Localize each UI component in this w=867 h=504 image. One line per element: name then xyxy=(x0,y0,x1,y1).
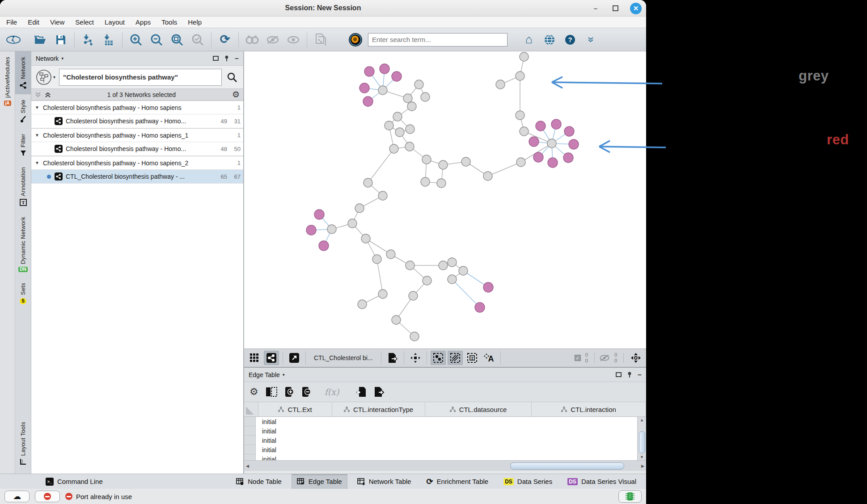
graph-node-grey[interactable] xyxy=(393,112,402,121)
graph-node-grey[interactable] xyxy=(414,80,423,89)
search-input[interactable] xyxy=(368,33,508,46)
add-column-icon[interactable] xyxy=(284,386,294,397)
view-grid-mode-icon[interactable] xyxy=(247,351,262,365)
cell-ctl-ext[interactable]: initial xyxy=(256,428,330,435)
graph-node-pink[interactable] xyxy=(533,152,543,162)
hide-counters-checkbox[interactable]: ✓ xyxy=(575,355,581,361)
graph-node-pink[interactable] xyxy=(529,137,539,147)
menu-tools[interactable]: Tools xyxy=(161,18,177,26)
graph-node-grey[interactable] xyxy=(520,127,529,136)
close-button[interactable]: ✕ xyxy=(630,3,642,14)
home-icon[interactable]: ⌂ xyxy=(521,32,537,48)
import-network-button[interactable] xyxy=(80,32,96,48)
graph-node-grey[interactable] xyxy=(364,178,372,187)
export-view-icon[interactable] xyxy=(385,351,400,365)
graph-node-grey[interactable] xyxy=(439,160,448,169)
graph-node-pink[interactable] xyxy=(319,241,329,251)
graph-node-grey[interactable] xyxy=(403,94,412,103)
graph-node-grey[interactable] xyxy=(516,158,525,167)
expand-all-icon[interactable] xyxy=(45,92,51,97)
graph-node-grey[interactable] xyxy=(483,172,492,181)
delete-column-icon[interactable] xyxy=(301,386,311,397)
column-header-ctl-datasource[interactable]: CTL.datasource xyxy=(425,402,532,416)
collapse-triangle-icon[interactable]: ▼ xyxy=(31,133,43,138)
cell-ctl-ext[interactable]: initial xyxy=(256,456,330,461)
graph-edge[interactable] xyxy=(368,149,394,183)
memory-status-button[interactable] xyxy=(618,490,642,503)
menu-help[interactable]: Help xyxy=(188,18,202,26)
graph-node-grey[interactable] xyxy=(496,80,505,89)
birdseye-navigator-icon[interactable] xyxy=(628,351,643,365)
collapse-triangle-icon[interactable]: ▼ xyxy=(31,105,43,110)
network-db-select-button[interactable]: ▾ xyxy=(35,68,56,86)
graph-node-grey[interactable] xyxy=(547,139,556,148)
tab-dynamic-network[interactable]: Dynamic Network DN xyxy=(15,211,31,277)
graph-node-grey[interactable] xyxy=(327,225,336,234)
globe-icon[interactable] xyxy=(541,32,558,48)
graph-node-grey[interactable] xyxy=(385,121,393,130)
float-panel-icon[interactable] xyxy=(616,372,622,377)
graph-node-grey[interactable] xyxy=(520,52,529,61)
graph-node-grey[interactable] xyxy=(410,332,419,341)
graph-node-pink[interactable] xyxy=(364,67,374,76)
graph-node-grey[interactable] xyxy=(439,261,448,270)
table-options-gear-icon[interactable]: ⚙ xyxy=(250,387,258,397)
maximize-button[interactable] xyxy=(610,4,620,13)
graph-node-grey[interactable] xyxy=(361,234,370,243)
collapse-triangle-icon[interactable]: ▼ xyxy=(31,160,43,165)
column-header-ctl-interactiontype[interactable]: CTL.interactionType xyxy=(332,402,425,416)
graph-node-grey[interactable] xyxy=(355,204,364,213)
float-panel-icon[interactable] xyxy=(213,56,219,61)
chevron-double-down-icon[interactable] xyxy=(583,32,599,48)
graph-node-pink[interactable] xyxy=(563,153,573,163)
tab-node-table[interactable]: Node Table xyxy=(231,474,287,489)
tab-network-table[interactable]: Network Table xyxy=(352,474,417,489)
edge-table-caret-icon[interactable]: ▾ xyxy=(283,372,285,377)
tab-enrichment-table[interactable]: ⟳ Enrichment Table xyxy=(421,474,494,489)
graph-node-grey[interactable] xyxy=(459,266,468,275)
graph-edge[interactable] xyxy=(488,162,521,176)
network-collection-row[interactable]: ▼ Cholesterol biosynthesis pathway - Hom… xyxy=(31,101,243,114)
tab-command-line[interactable]: >_ Command Line xyxy=(40,474,108,489)
view-network-mode-icon[interactable] xyxy=(264,351,279,365)
menu-view[interactable]: View xyxy=(50,18,64,26)
edge-table-row[interactable]: initial xyxy=(256,454,646,460)
import-table-file-icon[interactable] xyxy=(356,386,367,397)
graph-node-grey[interactable] xyxy=(395,128,404,137)
graph-node-pink[interactable] xyxy=(314,210,324,219)
graph-node-grey[interactable] xyxy=(372,255,381,264)
save-session-button[interactable] xyxy=(53,32,69,48)
cloud-button[interactable]: ☁ xyxy=(4,491,30,502)
graph-node-grey[interactable] xyxy=(516,111,524,120)
cell-ctl-ext[interactable]: initial xyxy=(256,446,330,454)
pan-mode-icon[interactable] xyxy=(408,351,423,365)
graph-node-grey[interactable] xyxy=(406,125,414,134)
graph-node-grey[interactable] xyxy=(421,92,430,101)
graph-node-grey[interactable] xyxy=(409,291,418,300)
show-columns-icon[interactable] xyxy=(266,387,277,397)
refresh-icon[interactable]: ⟳ xyxy=(217,32,233,48)
menu-file[interactable]: File xyxy=(6,18,17,26)
graph-node-grey[interactable] xyxy=(358,300,367,309)
graph-node-pink[interactable] xyxy=(551,119,561,129)
graph-node-grey[interactable] xyxy=(421,177,430,186)
graph-node-grey[interactable] xyxy=(378,290,387,298)
select-nodes-toggle-icon[interactable] xyxy=(431,351,446,365)
horizontal-scrollbar[interactable]: ◀ ▶ xyxy=(244,460,646,471)
network-collection-row[interactable]: ▼ Cholesterol biosynthesis pathway - Hom… xyxy=(31,128,243,142)
tab-data-series-visual[interactable]: DS Data Series Visual xyxy=(562,474,642,489)
graph-node-pink[interactable] xyxy=(569,139,579,149)
select-edges-toggle-icon[interactable] xyxy=(448,351,463,365)
select-annotations-toggle-icon[interactable]: T xyxy=(465,351,480,365)
graph-node-pink[interactable] xyxy=(380,64,389,74)
menu-edit[interactable]: Edit xyxy=(28,18,39,26)
menu-select[interactable]: Select xyxy=(75,18,94,26)
graph-node-pink[interactable] xyxy=(536,121,546,131)
tab-style[interactable]: Style xyxy=(15,94,31,128)
tab-layout-tools[interactable]: Layout Tools xyxy=(15,416,31,474)
graph-node-grey[interactable] xyxy=(389,144,398,153)
network-row[interactable]: Cholesterol biosynthesis pathway - Homo.… xyxy=(31,142,243,156)
horizontal-scroll-thumb[interactable] xyxy=(510,462,624,470)
graph-node-grey[interactable] xyxy=(461,157,470,166)
export-table-file-icon[interactable] xyxy=(374,386,385,397)
